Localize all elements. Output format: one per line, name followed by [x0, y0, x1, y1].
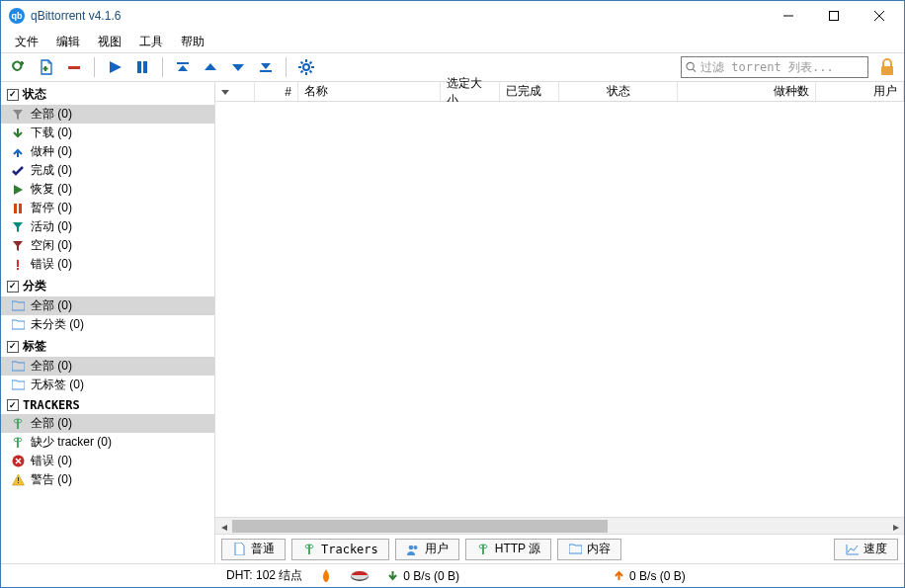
- tracker-icon: [11, 436, 25, 450]
- sidebar-item-label: 未分类 (0): [31, 316, 84, 333]
- close-button[interactable]: [857, 1, 902, 31]
- upload-arrow-icon: [614, 570, 624, 581]
- move-top-button[interactable]: [171, 55, 195, 79]
- settings-button[interactable]: [294, 55, 318, 79]
- tab-http[interactable]: HTTP 源: [465, 539, 551, 560]
- trackers-error[interactable]: 错误 (0): [1, 452, 214, 470]
- download-arrow-icon: [387, 570, 398, 581]
- svg-rect-23: [17, 260, 19, 267]
- status-errored[interactable]: 错误 (0): [1, 255, 214, 274]
- checkbox-icon: ✓: [7, 281, 19, 293]
- torrent-panel: # 名称 选定大小 已完成 状态 做种数 用户 ◂ ▸ 普通 Trackers …: [215, 82, 904, 563]
- col-seeds[interactable]: 做种数: [678, 82, 816, 101]
- col-peers[interactable]: 用户: [816, 82, 904, 101]
- svg-point-35: [413, 546, 417, 549]
- category-uncategorized[interactable]: 未分类 (0): [1, 315, 214, 334]
- menu-tools[interactable]: 工具: [131, 32, 171, 52]
- section-status-header[interactable]: ✓状态: [1, 84, 214, 105]
- svg-rect-1: [830, 12, 839, 21]
- upload-speed[interactable]: 0 B/s (0 B): [614, 569, 686, 583]
- app-icon: qb: [9, 8, 25, 24]
- col-num[interactable]: #: [255, 82, 298, 101]
- status-seeding[interactable]: 做种 (0): [1, 142, 214, 161]
- upload-icon: [11, 145, 25, 159]
- search-box[interactable]: [681, 56, 868, 78]
- tab-content[interactable]: 内容: [557, 539, 621, 560]
- menu-edit[interactable]: 编辑: [48, 32, 88, 52]
- tags-untagged[interactable]: 无标签 (0): [1, 376, 214, 394]
- sidebar-item-label: 空闲 (0): [31, 237, 72, 254]
- scroll-left-icon[interactable]: ◂: [215, 518, 232, 535]
- lock-icon[interactable]: [876, 56, 898, 78]
- status-all[interactable]: 全部 (0): [1, 105, 214, 124]
- pause-button[interactable]: [130, 55, 154, 79]
- document-icon: [232, 543, 246, 556]
- resume-button[interactable]: [103, 55, 126, 79]
- sidebar-item-label: 错误 (0): [31, 256, 72, 273]
- menu-view[interactable]: 视图: [90, 32, 129, 52]
- svg-rect-27: [17, 438, 19, 448]
- section-status-title: 状态: [23, 86, 46, 103]
- minimize-button[interactable]: [766, 1, 811, 31]
- tab-label: HTTP 源: [495, 541, 540, 557]
- status-completed[interactable]: 完成 (0): [1, 161, 214, 180]
- pause-icon: [11, 202, 25, 215]
- move-bottom-button[interactable]: [254, 55, 278, 79]
- scroll-thumb[interactable]: [232, 520, 608, 533]
- checkbox-icon: ✓: [7, 341, 19, 353]
- tab-trackers[interactable]: Trackers: [291, 539, 389, 560]
- section-category-header[interactable]: ✓分类: [1, 276, 214, 296]
- category-all[interactable]: 全部 (0): [1, 296, 214, 315]
- torrent-list[interactable]: [215, 102, 904, 517]
- status-inactive[interactable]: 空闲 (0): [1, 236, 214, 255]
- trackers-missing[interactable]: 缺少 tracker (0): [1, 433, 214, 452]
- sidebar-item-label: 全部 (0): [31, 415, 72, 432]
- sidebar-item-label: 警告 (0): [31, 471, 72, 488]
- tab-general[interactable]: 普通: [221, 539, 286, 560]
- tab-label: 内容: [587, 541, 611, 557]
- section-trackers-title: TRACKERS: [23, 398, 80, 412]
- maximize-button[interactable]: [811, 1, 857, 31]
- status-active[interactable]: 活动 (0): [1, 217, 214, 236]
- sidebar-item-label: 缺少 tracker (0): [31, 434, 112, 451]
- tracker-icon: [11, 417, 25, 431]
- status-downloading[interactable]: 下载 (0): [1, 124, 214, 142]
- tab-speed[interactable]: 速度: [834, 539, 898, 560]
- svg-rect-6: [143, 61, 147, 73]
- tracker-icon: [476, 543, 490, 556]
- col-size[interactable]: 选定大小: [441, 82, 500, 101]
- download-speed[interactable]: 0 B/s (0 B): [387, 569, 459, 583]
- status-resumed[interactable]: 恢复 (0): [1, 180, 214, 199]
- sort-indicator-icon: [221, 88, 229, 96]
- move-down-button[interactable]: [226, 55, 250, 79]
- section-trackers-header[interactable]: ✓TRACKERS: [1, 396, 214, 414]
- scroll-right-icon[interactable]: ▸: [887, 518, 904, 535]
- trackers-warning[interactable]: 警告 (0): [1, 470, 214, 489]
- download-speed-text: 0 B/s (0 B): [403, 569, 459, 583]
- table-header[interactable]: # 名称 选定大小 已完成 状态 做种数 用户: [215, 82, 904, 102]
- add-file-button[interactable]: [35, 55, 58, 79]
- sidebar-item-label: 无标签 (0): [31, 377, 84, 393]
- menu-help[interactable]: 帮助: [173, 32, 212, 52]
- trackers-all[interactable]: 全部 (0): [1, 414, 214, 433]
- tags-all[interactable]: 全部 (0): [1, 357, 214, 376]
- col-done[interactable]: 已完成: [500, 82, 559, 101]
- folder-icon: [11, 318, 25, 332]
- svg-rect-31: [18, 482, 19, 483]
- add-link-button[interactable]: [7, 55, 31, 79]
- window-title: qBittorrent v4.1.6: [31, 9, 121, 23]
- tab-label: 普通: [251, 541, 275, 557]
- col-name[interactable]: 名称: [298, 82, 441, 101]
- svg-line-16: [301, 71, 303, 73]
- move-up-button[interactable]: [199, 55, 222, 79]
- search-input[interactable]: [700, 60, 864, 74]
- col-status[interactable]: 状态: [559, 82, 678, 101]
- sidebar-item-label: 错误 (0): [31, 453, 72, 469]
- status-paused[interactable]: 暂停 (0): [1, 199, 214, 217]
- section-tags-header[interactable]: ✓标签: [1, 336, 214, 357]
- remove-button[interactable]: [62, 55, 86, 79]
- tab-peers[interactable]: 用户: [395, 539, 459, 560]
- menu-file[interactable]: 文件: [7, 32, 46, 52]
- horizontal-scrollbar[interactable]: ◂ ▸: [215, 517, 904, 534]
- folder-icon: [11, 378, 25, 392]
